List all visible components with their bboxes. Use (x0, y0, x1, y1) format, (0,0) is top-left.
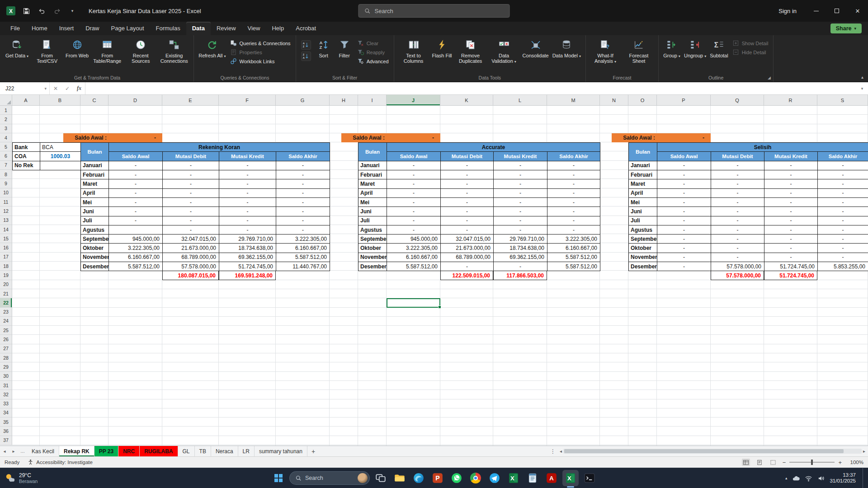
sheet-tab-rekap-rk[interactable]: Rekap RK (59, 446, 94, 456)
month-cell-juli[interactable]: Juli (359, 216, 387, 225)
data-cell[interactable]: 5.587.512,00 (547, 253, 600, 262)
flash-fill-button[interactable]: Flash Fill (431, 38, 453, 60)
data-cell[interactable]: 69.362.155,00 (494, 253, 547, 262)
terminal-taskbar-button[interactable] (581, 470, 598, 486)
data-cell[interactable]: 21.673.000,00 (163, 244, 219, 253)
total-cell[interactable]: 122.509.015,00 (440, 271, 493, 280)
data-cell[interactable]: - (163, 207, 219, 216)
from-web-button[interactable]: From Web (64, 38, 90, 60)
data-cell[interactable]: - (764, 198, 818, 207)
month-cell-agustus[interactable]: Agustus (81, 225, 109, 235)
data-cell[interactable]: - (764, 170, 818, 179)
data-cell[interactable]: - (818, 198, 868, 207)
edge-taskbar-button[interactable] (410, 470, 427, 486)
sheet-tab-lr[interactable]: LR (238, 446, 255, 456)
sort-az-button[interactable]: AZ (301, 40, 311, 50)
data-cell[interactable]: - (276, 198, 330, 207)
month-cell-oktober[interactable]: Oktober (81, 244, 109, 253)
data-cell[interactable]: - (276, 170, 330, 179)
data-cell[interactable]: - (494, 161, 547, 170)
data-cell[interactable]: - (764, 244, 818, 253)
from-table-range-button[interactable]: From Table/Range (91, 38, 123, 66)
data-cell[interactable]: - (441, 225, 494, 235)
recent-sources-button[interactable]: Recent Sources (124, 38, 157, 66)
month-cell-januari[interactable]: Januari (629, 161, 657, 170)
tab-scroll-left-icon[interactable]: ◂ (0, 446, 9, 456)
sort-button[interactable]: AZSort (314, 38, 334, 60)
existing-connections-button[interactable]: Existing Connections (158, 38, 190, 66)
data-cell[interactable]: - (219, 170, 276, 179)
data-cell[interactable]: - (547, 161, 600, 170)
data-cell[interactable]: - (441, 216, 494, 225)
total-cell[interactable]: 57.578.000,00 (711, 271, 764, 280)
sheet-tab-rugilaba[interactable]: RUGILABA (140, 446, 178, 456)
data-cell[interactable]: - (494, 216, 547, 225)
zoom-level[interactable]: 100% (845, 460, 863, 465)
normal-view-button[interactable] (742, 459, 750, 466)
data-cell[interactable]: - (657, 244, 711, 253)
data-cell[interactable]: - (109, 189, 163, 198)
data-cell[interactable]: - (818, 161, 868, 170)
data-cell[interactable]: - (219, 189, 276, 198)
save-button[interactable] (22, 6, 31, 15)
menu-tab-review[interactable]: Review (211, 22, 242, 35)
data-cell[interactable]: 29.769.710,00 (219, 235, 276, 244)
data-cell[interactable]: - (764, 253, 818, 262)
excel-taskbar-button[interactable]: X (505, 470, 522, 486)
formula-input[interactable] (85, 82, 856, 94)
undo-button[interactable] (37, 6, 46, 15)
name-box[interactable]: J22 ▾ (0, 82, 50, 94)
data-cell[interactable]: - (711, 216, 764, 225)
data-cell[interactable]: - (276, 207, 330, 216)
data-cell[interactable]: - (163, 161, 219, 170)
saldo-awal-value[interactable]: - (108, 135, 162, 141)
data-cell[interactable]: - (163, 170, 219, 179)
data-cell[interactable]: - (276, 179, 330, 188)
menu-tab-home[interactable]: Home (26, 22, 53, 35)
data-cell[interactable]: - (547, 170, 600, 179)
info-value[interactable]: 1000.03 (40, 152, 81, 161)
start-button[interactable] (270, 470, 287, 486)
telegram-taskbar-button[interactable] (486, 470, 503, 486)
data-cell[interactable]: - (219, 216, 276, 225)
powerpoint-taskbar-button[interactable]: P (429, 470, 446, 486)
menu-tab-formulas[interactable]: Formulas (150, 22, 186, 35)
month-cell-agustus[interactable]: Agustus (629, 225, 657, 235)
month-cell-maret[interactable]: Maret (81, 179, 109, 188)
scroll-left-icon[interactable]: ◂ (560, 449, 562, 454)
month-cell-september[interactable]: September (629, 235, 657, 244)
data-model-button[interactable]: Data Model ▾ (551, 38, 582, 61)
data-cell[interactable]: - (657, 262, 711, 271)
month-cell-desember[interactable]: Desember (81, 262, 109, 271)
data-cell[interactable]: - (494, 170, 547, 179)
sheet-tab-nrc[interactable]: NRC (118, 446, 140, 456)
month-cell-juni[interactable]: Juni (81, 207, 109, 216)
minimize-button[interactable] (806, 0, 826, 22)
remove-duplicates-button[interactable]: Remove Duplicates (454, 38, 487, 66)
get-data-button[interactable]: Get Data ▾ (4, 38, 30, 61)
data-cell[interactable]: - (219, 161, 276, 170)
month-cell-februari[interactable]: Februari (359, 170, 387, 179)
month-cell-juni[interactable]: Juni (359, 207, 387, 216)
data-cell[interactable]: - (387, 207, 441, 216)
data-cell[interactable]: - (657, 225, 711, 235)
data-cell[interactable]: - (764, 216, 818, 225)
forecast-sheet-button[interactable]: Forecast Sheet (623, 38, 655, 66)
menu-tab-help[interactable]: Help (266, 22, 290, 35)
data-cell[interactable]: 18.734.638,00 (219, 244, 276, 253)
data-cell[interactable]: - (163, 179, 219, 188)
data-cell[interactable]: - (441, 207, 494, 216)
data-cell[interactable]: 29.769.710,00 (494, 235, 547, 244)
sheet-tab-tb[interactable]: TB (195, 446, 211, 456)
month-cell-juli[interactable]: Juli (81, 216, 109, 225)
close-button[interactable]: ✕ (847, 0, 868, 22)
data-cell[interactable]: - (657, 189, 711, 198)
data-cell[interactable]: - (818, 216, 868, 225)
weather-widget[interactable]: 29°C Berawan (5, 473, 38, 484)
data-cell[interactable]: - (711, 189, 764, 198)
data-cell[interactable]: 3.222.305,00 (387, 244, 441, 253)
menu-tab-page-layout[interactable]: Page Layout (105, 22, 150, 35)
data-cell[interactable]: - (764, 189, 818, 198)
queries-connections-button[interactable]: Queries & Connections (230, 40, 291, 47)
consolidate-button[interactable]: Consolidate (521, 38, 550, 60)
